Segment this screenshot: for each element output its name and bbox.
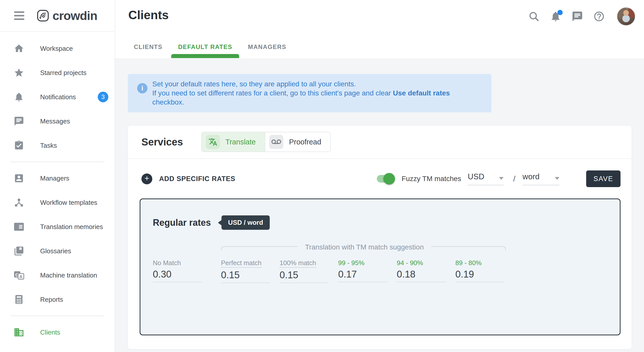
home-icon	[13, 43, 24, 54]
bell-icon[interactable]	[550, 10, 562, 22]
rate-column-100-match: 100% match 0.15	[280, 259, 329, 283]
banner-line-2: If you need to set different rates for a…	[152, 89, 481, 107]
services-row: Services Translate Proofread	[128, 126, 632, 158]
rate-column-94-90: 94 - 90% 0.18	[397, 259, 446, 283]
rate-column-perfect-match: Perfect match 0.15	[221, 259, 270, 283]
sidebar-item-starred-projects[interactable]: Starred projects	[0, 61, 115, 85]
sidebar-divider	[10, 162, 105, 162]
sidebar-item-notifications[interactable]: Notifications 3	[0, 85, 115, 109]
message-icon	[13, 116, 24, 127]
translate-icon	[206, 135, 220, 149]
sidebar-divider	[10, 316, 105, 316]
currency-unit-badge: USD / word	[221, 215, 270, 230]
panel-title-row: Regular rates USD / word	[153, 215, 270, 230]
proofread-glasses-icon	[269, 135, 283, 149]
rate-input-94-90[interactable]: 0.18	[397, 269, 446, 282]
book-icon	[13, 245, 24, 257]
sidebar-nav: Workspace Starred projects Notifications…	[0, 32, 115, 344]
info-icon: i	[137, 83, 147, 93]
rate-input-99-95[interactable]: 0.17	[338, 269, 387, 282]
notifications-count-badge: 3	[98, 92, 108, 102]
toggle-knob	[383, 173, 395, 185]
sidebar-item-translation-memories[interactable]: Translation memories	[0, 215, 115, 239]
add-specific-rates-button[interactable]: + ADD SPECIFIC RATES	[141, 173, 235, 184]
save-button[interactable]: SAVE	[586, 170, 621, 187]
proofread-service-button[interactable]: Proofread	[265, 132, 330, 152]
hamburger-menu-icon[interactable]	[14, 9, 24, 22]
fuzzy-tm-toggle[interactable]	[377, 175, 393, 183]
topbar: Clients CLIENTS DEFAULT RATES MANAGERS	[115, 0, 644, 59]
translate-service-button[interactable]: Translate	[202, 132, 265, 152]
rate-input-89-80[interactable]: 0.19	[455, 269, 505, 282]
regular-rates-panel: Regular rates USD / word Translation wit…	[140, 198, 621, 335]
panel-title: Regular rates	[153, 217, 211, 228]
tab-default-rates[interactable]: DEFAULT RATES	[178, 43, 232, 58]
avatar[interactable]	[617, 7, 635, 26]
topbar-icons	[528, 7, 635, 26]
sidebar-item-workflow-templates[interactable]: Workflow templates	[0, 190, 115, 215]
page-title: Clients	[128, 8, 169, 22]
tm-bracket-right	[431, 246, 506, 250]
rate-column-no-match: No Match 0.30	[153, 259, 202, 283]
chevron-down-icon	[499, 177, 504, 180]
sidebar-item-clients[interactable]: Clients	[0, 320, 115, 344]
toolbar-right: Fuzzy TM matches USD / word SAVE	[377, 170, 621, 187]
sidebar-header: crowdin	[0, 0, 115, 32]
fuzzy-tm-label: Fuzzy TM matches	[402, 175, 461, 183]
crowdin-logo-text: crowdin	[53, 9, 97, 23]
svg-text:A: A	[19, 274, 23, 279]
workflow-icon	[13, 197, 24, 208]
chevron-down-icon	[555, 177, 559, 180]
crowdin-logo[interactable]: crowdin	[37, 9, 97, 23]
content: i Set your default rates here, so they a…	[115, 59, 644, 352]
rate-input-no-match[interactable]: 0.30	[153, 269, 202, 282]
sidebar-item-workspace[interactable]: Workspace	[0, 36, 115, 61]
star-icon	[13, 67, 24, 78]
sidebar: crowdin Workspace Starred projects Notif…	[0, 0, 115, 352]
machine-translate-icon: GA	[13, 270, 24, 281]
sidebar-item-machine-translation[interactable]: GA Machine translation	[0, 263, 115, 287]
notification-dot	[557, 10, 563, 15]
building-icon	[13, 327, 24, 338]
tm-group-caption: Translation with TM match suggestion	[298, 243, 431, 251]
memory-card-icon	[13, 221, 24, 232]
rate-column-89-80: 89 - 80% 0.19	[455, 259, 505, 283]
search-icon[interactable]	[528, 10, 540, 22]
rate-column-99-95: 99 - 95% 0.17	[338, 259, 387, 283]
service-switcher: Translate Proofread	[201, 132, 331, 152]
tab-managers[interactable]: MANAGERS	[248, 43, 286, 58]
use-default-rates-text: Use default rates	[393, 89, 450, 97]
rate-columns: No Match 0.30 Perfect match 0.15 100% ma…	[153, 259, 514, 283]
crowdin-logo-icon	[37, 10, 49, 22]
rate-input-100-match[interactable]: 0.15	[280, 270, 329, 283]
rates-toolbar: + ADD SPECIFIC RATES Fuzzy TM matches US…	[128, 159, 632, 197]
sidebar-item-messages[interactable]: Messages	[0, 109, 115, 133]
plus-icon: +	[141, 173, 152, 184]
person-icon	[13, 173, 24, 184]
chat-icon[interactable]	[571, 10, 583, 22]
tm-bracket-left	[221, 246, 298, 250]
rates-card: Services Translate Proofread	[128, 126, 632, 349]
currency-unit-separator: /	[513, 174, 515, 184]
currency-select[interactable]: USD	[468, 172, 504, 185]
sidebar-item-glossaries[interactable]: Glossaries	[0, 239, 115, 263]
unit-select[interactable]: word	[523, 172, 559, 185]
calculator-icon	[13, 294, 24, 305]
info-banner: i Set your default rates here, so they a…	[128, 74, 491, 112]
help-icon[interactable]	[593, 10, 605, 22]
banner-line-1: Set your default rates here, so they are…	[152, 80, 481, 89]
tasks-icon	[13, 140, 24, 151]
main-area: Clients CLIENTS DEFAULT RATES MANAGERS	[115, 0, 644, 352]
sidebar-item-reports[interactable]: Reports	[0, 287, 115, 312]
services-heading: Services	[141, 136, 183, 148]
tabs: CLIENTS DEFAULT RATES MANAGERS	[115, 43, 286, 58]
bell-icon	[13, 91, 24, 103]
sidebar-item-managers[interactable]: Managers	[0, 166, 115, 190]
rate-input-perfect-match[interactable]: 0.15	[221, 270, 270, 283]
tab-clients[interactable]: CLIENTS	[134, 43, 162, 58]
tm-match-group: Translation with TM match suggestion	[221, 243, 506, 252]
sidebar-item-tasks[interactable]: Tasks	[0, 133, 115, 158]
